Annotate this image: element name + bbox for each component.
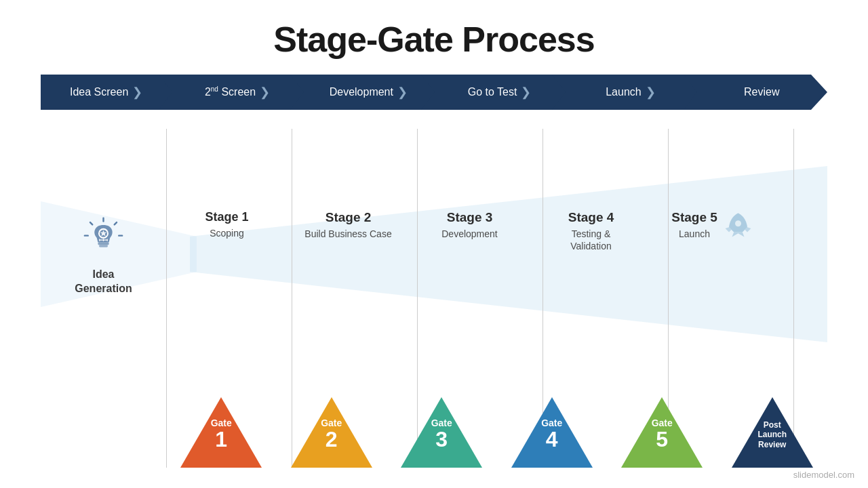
nav-item-review[interactable]: Review (696, 75, 827, 110)
chevron-icon-3: ❯ (397, 85, 408, 100)
stage-3-col: Stage 3 Development (409, 197, 530, 240)
gate-4: Gate 4 (511, 397, 593, 468)
rocket-icon (723, 210, 753, 241)
svg-line-3 (90, 222, 92, 224)
stage-1-col: Stage 1 Scoping (166, 197, 288, 239)
stage-2-desc: Build Business Case (304, 228, 391, 240)
idea-generation-label: Idea Generation (75, 268, 132, 296)
gate-2-slot: Gate 2 (277, 397, 387, 468)
post-launch-label: Post Launch Review (757, 420, 787, 449)
watermark: slidemodel.com (793, 470, 854, 480)
post-launch-review: Post Launch Review (732, 397, 813, 468)
svg-point-8 (735, 220, 741, 226)
gate-4-label: Gate 4 (541, 418, 562, 450)
content-area: Idea Generation Stage 1 Scoping Stage 2 … (41, 129, 827, 468)
gate-5-slot: Gate 5 (607, 397, 717, 468)
gate-5-label: Gate 5 (652, 418, 673, 450)
gate-5: Gate 5 (621, 397, 703, 468)
page-title: Stage-Gate Process (0, 0, 868, 60)
chevron-icon-5: ❯ (646, 85, 656, 100)
gate-1-slot: Gate 1 (166, 397, 277, 468)
stage-5-col: Stage 5 Launch (652, 197, 773, 241)
svg-line-1 (115, 222, 117, 224)
nav-bar: Idea Screen ❯ 2nd Screen ❯ Development ❯… (41, 75, 827, 110)
gate-3-slot: Gate 3 (387, 397, 497, 468)
gate-3: Gate 3 (401, 397, 482, 468)
gate-2-label: Gate 2 (321, 418, 342, 450)
post-launch-slot: Post Launch Review (717, 397, 828, 468)
gate-4-slot: Gate 4 (497, 397, 608, 468)
stage-2-col: Stage 2 Build Business Case (288, 197, 409, 240)
lightbulb-icon (81, 217, 125, 261)
svg-rect-6 (99, 245, 108, 247)
nav-item-launch[interactable]: Launch ❯ (565, 75, 696, 110)
stage-5-desc: Launch (671, 228, 717, 240)
nav-item-go-to-test[interactable]: Go to Test ❯ (434, 75, 565, 110)
stage-5-title: Stage 5 (671, 210, 717, 225)
stage-1-title: Stage 1 (205, 210, 248, 224)
chevron-icon-1: ❯ (132, 85, 142, 100)
stage-4-col: Stage 4 Testing & Validation (530, 197, 652, 252)
stage-2-title: Stage 2 (326, 210, 372, 225)
chevron-icon-2: ❯ (260, 85, 270, 100)
review-col (773, 197, 827, 210)
nav-item-development[interactable]: Development ❯ (303, 75, 434, 110)
stage-4-desc: Testing & Validation (570, 228, 611, 252)
gate-3-label: Gate 3 (431, 418, 452, 450)
nav-item-second-screen[interactable]: 2nd Screen ❯ (172, 75, 302, 110)
stage-3-desc: Development (441, 228, 498, 240)
stages-row: Idea Generation Stage 1 Scoping Stage 2 … (41, 197, 827, 296)
stage-1-desc: Scoping (210, 227, 244, 239)
gate-2: Gate 2 (291, 397, 372, 468)
stage-3-title: Stage 3 (447, 210, 493, 225)
gate-1-label: Gate 1 (211, 418, 232, 450)
nav-item-idea-screen[interactable]: Idea Screen ❯ (41, 75, 172, 110)
gate-1: Gate 1 (180, 397, 262, 468)
stage-4-title: Stage 4 (568, 210, 614, 225)
gates-row: Gate 1 Gate 2 (41, 380, 827, 468)
chevron-icon-4: ❯ (521, 85, 531, 100)
svg-rect-5 (98, 242, 108, 245)
idea-generation-block: Idea Generation (41, 197, 166, 296)
